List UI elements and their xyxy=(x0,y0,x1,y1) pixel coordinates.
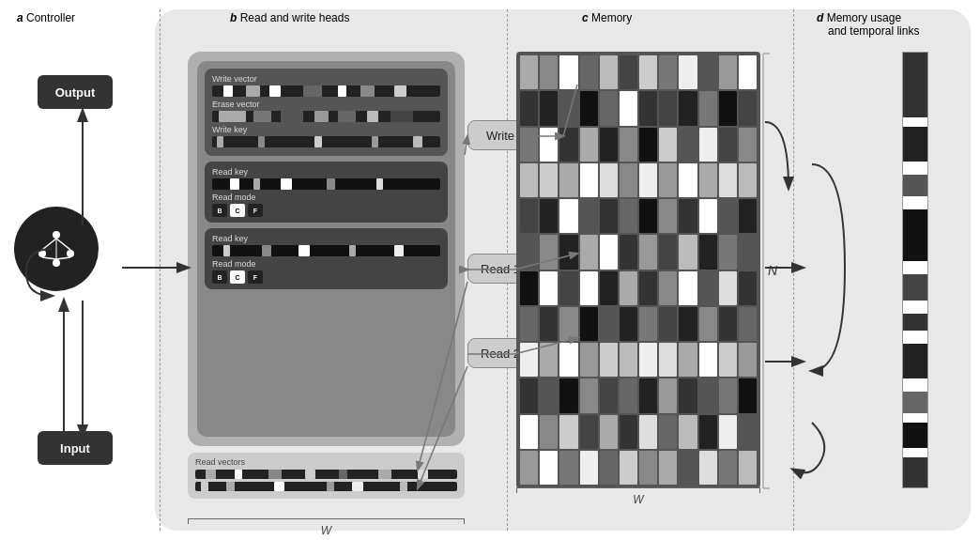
memory-grid xyxy=(516,52,760,488)
mode-btn-B2[interactable]: B xyxy=(212,270,227,284)
mem-row-2 xyxy=(520,91,757,125)
mode-btn-C2[interactable]: C xyxy=(230,270,245,284)
mode-btn-C1[interactable]: C xyxy=(230,204,245,217)
mem-row-6 xyxy=(520,235,757,269)
w-label-rw: W xyxy=(321,524,331,537)
mem-row-3 xyxy=(520,128,757,162)
read-vectors-label: Read vectors xyxy=(195,457,457,467)
read-key-1-row xyxy=(212,178,440,190)
controller-circle xyxy=(14,207,99,291)
mode-btn-B1[interactable]: B xyxy=(212,204,227,217)
section-b-label: b Read and write heads xyxy=(230,11,349,24)
w-bracket-rw: W xyxy=(188,515,465,528)
read-vector-row-2 xyxy=(195,482,457,491)
mem-row-4 xyxy=(520,163,757,197)
n-label: N xyxy=(768,263,777,278)
read-key-2-label: Read key xyxy=(212,234,440,243)
read-vectors-section: Read vectors xyxy=(188,453,465,499)
mem-row-8 xyxy=(520,307,757,341)
divider-line-1 xyxy=(160,9,161,531)
write-head-section: Write vector Erase vector xyxy=(205,69,448,156)
section-d-label: d Memory usage and temporal links xyxy=(817,11,919,38)
memory-section xyxy=(516,52,760,488)
svg-line-5 xyxy=(56,239,70,250)
w-bracket-mem: W xyxy=(516,487,760,502)
write-key-label: Write key xyxy=(212,125,440,134)
mem-row-1 xyxy=(520,55,757,89)
svg-line-7 xyxy=(56,257,70,259)
write-vector-row xyxy=(212,85,440,97)
svg-line-6 xyxy=(42,257,56,259)
svg-point-0 xyxy=(53,231,60,239)
mem-row-10 xyxy=(520,378,757,412)
svg-point-3 xyxy=(53,259,60,267)
mode-btn-F1[interactable]: F xyxy=(248,204,263,217)
read-key-1-label: Read key xyxy=(212,167,440,177)
read-mode-2-row: B C F xyxy=(212,270,440,284)
write-vector-label: Write vector xyxy=(212,74,440,84)
section-a-label: a Controller xyxy=(17,11,75,24)
svg-point-2 xyxy=(67,250,74,257)
output-box: Output xyxy=(38,75,113,109)
read-vector-row-1 xyxy=(195,470,457,479)
read-head-1-section: Read key Read mode B C F xyxy=(205,162,448,223)
mem-row-9 xyxy=(520,343,757,377)
usage-panel xyxy=(902,52,928,488)
mode-btn-F2[interactable]: F xyxy=(248,270,263,284)
erase-vector-row xyxy=(212,111,440,122)
read-mode-2-label: Read mode xyxy=(212,259,440,269)
svg-line-4 xyxy=(42,239,56,250)
section-c-label: c Memory xyxy=(582,11,632,24)
mem-row-7 xyxy=(520,271,757,305)
svg-point-1 xyxy=(38,250,46,257)
input-box: Input xyxy=(38,431,113,465)
read-key-2-row xyxy=(212,245,440,256)
write-key-row xyxy=(212,136,440,147)
diagram-container: a Controller b Read and write heads c Me… xyxy=(0,0,980,540)
rw-panel-inner: Write vector Erase vector xyxy=(197,61,455,437)
mem-row-12 xyxy=(520,451,757,485)
read-mode-1-row: B C F xyxy=(212,204,440,217)
erase-vector-label: Erase vector xyxy=(212,100,440,109)
rw-panel: Write vector Erase vector xyxy=(188,52,465,446)
read-head-2-section: Read key Read mode B C F xyxy=(205,228,448,289)
mem-row-5 xyxy=(520,199,757,233)
w-label-mem: W xyxy=(633,493,643,506)
divider-line-3 xyxy=(793,9,794,531)
read-mode-1-label: Read mode xyxy=(212,193,440,202)
mem-row-11 xyxy=(520,415,757,449)
